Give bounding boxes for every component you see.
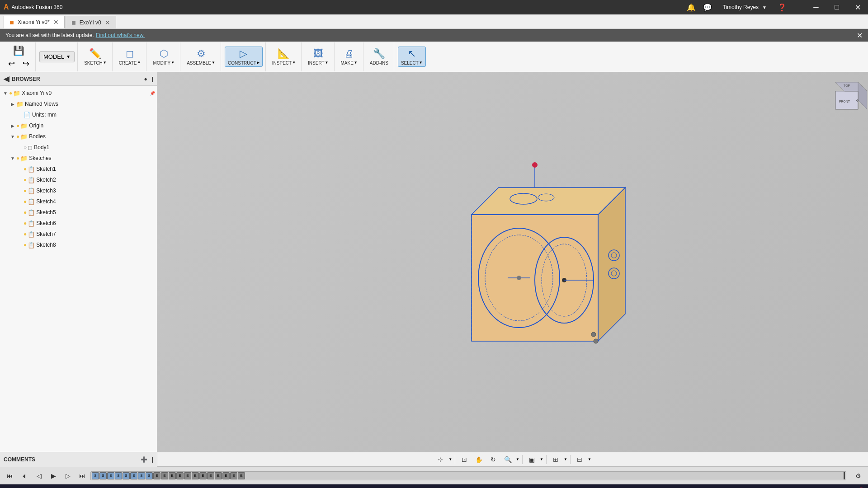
browser-options-icon[interactable]: ●: [144, 76, 147, 82]
tree-item-sketches[interactable]: ▼ ● 📁 Sketches: [0, 153, 157, 164]
tree-eye-sketch6[interactable]: ●: [24, 220, 27, 226]
viewcube[interactable]: TOP FRONT R: [826, 78, 863, 114]
timeline-marker-4[interactable]: S: [115, 472, 122, 479]
tree-item-sketch1[interactable]: ● 📋 Sketch1: [0, 164, 157, 174]
zoom-button[interactable]: 🔍: [501, 453, 514, 466]
tree-item-sketch6[interactable]: ● 📋 Sketch6: [0, 218, 157, 229]
timeline-marker-14[interactable]: E: [192, 472, 199, 479]
timeline-marker-15[interactable]: E: [199, 472, 207, 479]
tree-arrow-bodies[interactable]: ▼: [9, 134, 16, 139]
tree-item-body1[interactable]: ○ ◻ Body1: [0, 142, 157, 153]
timeline-start-button[interactable]: ⏮: [4, 469, 16, 482]
tree-eye-sketch7[interactable]: ●: [24, 231, 27, 237]
taskbar-store[interactable]: 🛍: [125, 485, 145, 488]
tree-arrow-named-views[interactable]: ▶: [9, 102, 16, 107]
inspect-button[interactable]: 📐 INSPECT ▼: [269, 47, 298, 66]
grid-button[interactable]: ⊞: [549, 453, 562, 466]
timeline-marker-20[interactable]: E: [238, 472, 245, 479]
taskbar-chrome[interactable]: ⬤: [166, 485, 186, 488]
notification-icon[interactable]: 🔔: [687, 3, 696, 12]
tree-eye-sketch1[interactable]: ●: [24, 166, 27, 172]
make-button[interactable]: 🖨 MAKE ▼: [338, 47, 360, 66]
timeline-marker-11[interactable]: E: [169, 472, 176, 479]
tree-item-sketch5[interactable]: ● 📋 Sketch5: [0, 207, 157, 218]
tree-eye-bodies[interactable]: ●: [16, 133, 19, 140]
banner-link[interactable]: Find out what's new.: [96, 32, 145, 38]
tree-arrow-origin[interactable]: ▶: [9, 123, 16, 128]
redo-button[interactable]: ↪: [19, 58, 33, 70]
comments-expand-icon[interactable]: |: [152, 456, 153, 463]
timeline-marker-17[interactable]: E: [215, 472, 222, 479]
timeline-marker-9[interactable]: E: [153, 472, 160, 479]
timeline-marker-2[interactable]: S: [99, 472, 107, 479]
start-button[interactable]: ⊞: [2, 485, 22, 488]
pivot-arrow-icon[interactable]: ▼: [448, 457, 452, 461]
tree-item-sketch3[interactable]: ● 📋 Sketch3: [0, 185, 157, 196]
user-dropdown-icon[interactable]: ▼: [762, 5, 767, 10]
taskbar-explorer[interactable]: 📁: [104, 485, 124, 488]
user-name[interactable]: Timothy Reyes: [723, 4, 759, 10]
comments-add-icon[interactable]: ➕: [141, 456, 147, 463]
viewport[interactable]: TOP FRONT R: [157, 72, 868, 452]
tab-close-icon[interactable]: ✕: [53, 19, 59, 26]
tree-eye-origin[interactable]: ●: [16, 122, 19, 129]
tree-arrow-sketches[interactable]: ▼: [9, 156, 16, 161]
timeline-marker-8[interactable]: S: [146, 472, 153, 479]
tree-item-sketch7[interactable]: ● 📋 Sketch7: [0, 229, 157, 239]
tree-eye-body1[interactable]: ○: [24, 144, 27, 150]
construct-button[interactable]: ▷ CONSTRUCT ▶: [225, 47, 263, 67]
timeline-end-button[interactable]: ⏭: [76, 469, 89, 482]
taskbar-fusion[interactable]: F: [187, 485, 207, 488]
tree-item-sketch2[interactable]: ● 📋 Sketch2: [0, 174, 157, 185]
tab-exoyi[interactable]: ◼ ExoYI v0 ✕: [66, 16, 116, 28]
timeline-marker-18[interactable]: E: [222, 472, 230, 479]
tree-eye-sketches[interactable]: ●: [16, 155, 19, 161]
timeline-next-step-button[interactable]: ▷: [61, 469, 74, 482]
tree-item-sketch4[interactable]: ● 📋 Sketch4: [0, 196, 157, 207]
taskbar-taskview[interactable]: ⧉: [62, 485, 82, 488]
timeline-marker-7[interactable]: S: [138, 472, 145, 479]
pan-button[interactable]: ✋: [472, 453, 485, 466]
timeline-settings-icon[interactable]: ⚙: [852, 469, 864, 482]
timeline-prev-button[interactable]: ⏴: [18, 469, 31, 482]
tree-item-named-views[interactable]: ▶ 📁 Named Views: [0, 99, 157, 109]
timeline-marker-16[interactable]: E: [207, 472, 214, 479]
tree-item-origin[interactable]: ▶ ● 📁 Origin: [0, 120, 157, 131]
close-button[interactable]: ✕: [847, 0, 868, 14]
fit-button[interactable]: ⊡: [458, 453, 471, 466]
layout-button[interactable]: ⊟: [573, 453, 586, 466]
taskbar-cortana[interactable]: ◎: [42, 485, 61, 488]
tree-eye-sketch4[interactable]: ●: [24, 198, 27, 205]
display-mode-button[interactable]: ▣: [525, 453, 538, 466]
comment-icon[interactable]: 💬: [703, 3, 712, 12]
orbit-button[interactable]: ↻: [487, 453, 500, 466]
pivot-button[interactable]: ⊹: [434, 453, 447, 466]
display-mode-arrow-icon[interactable]: ▼: [540, 457, 543, 461]
banner-close-button[interactable]: ✕: [857, 31, 863, 40]
timeline-marker-6[interactable]: S: [130, 472, 137, 479]
browser-expand-icon[interactable]: |: [152, 76, 153, 82]
tree-item-root[interactable]: ▼ ● 📁 Xiaomi Yi v0 📌: [0, 88, 157, 99]
assemble-button[interactable]: ⚙ ASSEMBLE ▼: [184, 47, 218, 66]
timeline-marker-5[interactable]: S: [123, 472, 130, 479]
tree-eye-sketch3[interactable]: ●: [24, 188, 27, 194]
timeline-play-button[interactable]: ▶: [47, 469, 60, 482]
zoom-arrow-icon[interactable]: ▼: [516, 457, 519, 461]
timeline-marker-19[interactable]: E: [230, 472, 237, 479]
taskbar-calendar[interactable]: 📅: [146, 485, 165, 488]
insert-button[interactable]: 🖼 INSERT ▼: [305, 47, 331, 66]
timeline-track[interactable]: S S S S S S S S E E E E E E E E E E E E: [90, 471, 846, 480]
minimize-button[interactable]: ─: [806, 0, 826, 14]
maximize-button[interactable]: □: [826, 0, 847, 14]
tree-eye-sketch5[interactable]: ●: [24, 209, 27, 216]
undo-button[interactable]: ↩: [5, 58, 18, 70]
search-button[interactable]: 🔍: [23, 485, 39, 488]
addins-button[interactable]: 🔧 ADD-INS: [367, 47, 391, 66]
timeline-marker-13[interactable]: E: [184, 472, 191, 479]
save-button[interactable]: 💾: [9, 44, 28, 57]
tree-eye-sketch2[interactable]: ●: [24, 177, 27, 183]
tree-arrow-root[interactable]: ▼: [2, 91, 9, 96]
tree-item-bodies[interactable]: ▼ ● 📁 Bodies: [0, 131, 157, 142]
help-icon[interactable]: ❓: [778, 3, 787, 12]
timeline-marker-3[interactable]: S: [107, 472, 114, 479]
